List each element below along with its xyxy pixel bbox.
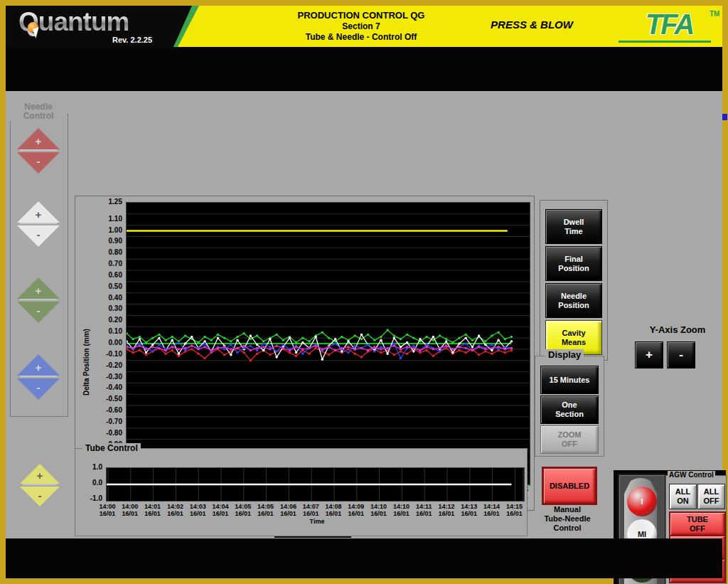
- tube-x-tick-date: 16/01: [500, 510, 528, 517]
- y-tick-0.70: 0.70: [92, 260, 122, 267]
- tube-control-label: Tube Control: [82, 443, 141, 453]
- y-tick-0.80: 0.80: [92, 248, 122, 256]
- needle-arrow-pair-3-plus-glyph: +: [17, 285, 60, 297]
- title-line-1: PRODUCTION CONTROL QG: [219, 10, 503, 21]
- button-label-line: Section: [555, 410, 584, 419]
- y-tick--0.80: -0.80: [92, 429, 122, 437]
- tube-arrow-pair-minus-glyph: -: [20, 489, 60, 501]
- bottom-nav: -- EXIT-- SETUPEQUIPMENTTOTALMACHINESECT…: [6, 538, 722, 578]
- needle-arrow-pair-3-minus-glyph: -: [17, 304, 60, 317]
- page-title: PRODUCTION CONTROL QG Section 7 Tube & N…: [219, 10, 503, 42]
- mode-label: PRESS & BLOW: [468, 18, 596, 31]
- tube-x-tick-18: 14:1516/01: [500, 503, 528, 518]
- button-label-line: OFF: [704, 497, 719, 506]
- y-tick--0.30: -0.30: [92, 373, 122, 381]
- display-group-label: Display: [545, 349, 584, 360]
- y-axis-zoom-label: Y-Axis Zoom: [631, 324, 724, 335]
- display-button-zoom-off: ZOOMOFF: [540, 425, 599, 454]
- trend-button-dwell-time[interactable]: DwellTime: [545, 209, 602, 244]
- header: Quantum Rev. 2.2.25 PRODUCTION CONTROL Q…: [6, 6, 722, 47]
- y-tick--0.60: -0.60: [92, 406, 122, 414]
- button-label-line: Time: [564, 227, 582, 236]
- tube-x-tick-time: 14:15: [500, 503, 528, 510]
- section-bar: 010203040506070809101112: [6, 47, 722, 91]
- agw-tube-off-button[interactable]: TUBEOFF: [669, 511, 726, 536]
- agw-all-off-button[interactable]: ALLOFF: [697, 484, 725, 509]
- y-tick-1.00: 1.00: [92, 226, 122, 234]
- button-label-line: 15 Minutes: [550, 376, 590, 385]
- tfa-underline: [619, 41, 711, 43]
- needle-arrow-pair-4-plus-glyph: +: [17, 361, 60, 373]
- y-tick-1.10: 1.10: [92, 215, 122, 223]
- tube-control-group: Tube Control 1.00.0-1.0 14:0016/0114:001…: [75, 448, 528, 536]
- revision-label: Rev. 2.2.25: [112, 36, 152, 44]
- y-tick--0.20: -0.20: [92, 361, 122, 369]
- display-group: Display 15 MinutesOneSectionZOOMOFF: [535, 356, 604, 457]
- y-tick-0.00: 0.00: [92, 339, 122, 346]
- button-label-line: Means: [562, 338, 586, 347]
- needle-arrow-pair-4: +-: [17, 354, 60, 400]
- trend-button-needle-position[interactable]: NeedlePosition: [545, 283, 602, 318]
- title-line-3: Tube & Needle - Control Off: [219, 32, 503, 42]
- needle-arrow-pair-1-minus-glyph: -: [17, 155, 60, 167]
- tube-y-tick-1.0: 1.0: [75, 463, 102, 471]
- display-button-15 minutes[interactable]: 15 Minutes: [540, 366, 599, 394]
- needle-arrow-pair-4-divider: [20, 376, 57, 377]
- needle-arrow-pair-3: +-: [17, 277, 60, 324]
- tube-x-axis-title: Time: [303, 518, 331, 525]
- button-label-line: ZOOM: [558, 430, 582, 440]
- y-tick-0.90: 0.90: [92, 237, 122, 245]
- title-line-2: Section 7: [219, 21, 503, 31]
- tfa-logo: TFA: [623, 9, 715, 41]
- needle-control-label: Needle Control: [10, 102, 67, 121]
- tube-arrow-pair-divider: [23, 484, 57, 485]
- trend-button-final-position[interactable]: FinalPosition: [545, 246, 602, 281]
- manual-control-disabled-button[interactable]: DISABLED: [542, 467, 597, 505]
- y-tick-0.30: 0.30: [92, 304, 122, 312]
- y-tick--0.70: -0.70: [92, 418, 122, 425]
- y-tick-1.25: 1.25: [92, 198, 122, 206]
- needle-arrow-pair-2: +-: [17, 201, 60, 248]
- button-label-line: Cavity: [562, 329, 585, 338]
- y-tick-0.50: 0.50: [92, 282, 122, 290]
- quantum-logo-block: Quantum Rev. 2.2.25: [6, 6, 196, 47]
- agw-group-label: AGW Control: [668, 471, 715, 479]
- y-zoom-out-button[interactable]: -: [667, 341, 695, 368]
- lamp-i: I: [627, 487, 657, 516]
- needle-arrow-pair-4-minus-glyph: -: [17, 381, 60, 393]
- production-control-screen: Quantum Rev. 2.2.25 PRODUCTION CONTROL Q…: [0, 0, 728, 584]
- tube-plot: [106, 467, 525, 501]
- tube-arrow-pair: +-: [20, 464, 60, 507]
- needle-arrow-pair-1: +-: [17, 128, 60, 174]
- display-button-one-section[interactable]: OneSection: [540, 395, 599, 424]
- y-zoom-in-button[interactable]: +: [635, 341, 663, 368]
- button-label-line: Position: [558, 264, 589, 273]
- button-label-line: Position: [558, 301, 589, 310]
- needle-arrow-pair-2-divider: [20, 223, 57, 224]
- tube-y-tick--1.0: -1.0: [75, 494, 102, 502]
- trend-plot: [126, 202, 530, 486]
- tube-y-tick-0.0: 0.0: [75, 479, 102, 487]
- button-label-line: ALL: [704, 487, 719, 497]
- needle-arrow-pair-2-plus-glyph: +: [17, 208, 60, 221]
- y-tick-0.40: 0.40: [92, 294, 122, 302]
- main-area: Needle Control Delta Position (mm) 1.251…: [6, 91, 722, 538]
- y-tick-0.20: 0.20: [92, 316, 122, 324]
- needle-arrow-pair-1-plus-glyph: +: [17, 135, 60, 147]
- y-tick-0.60: 0.60: [92, 271, 122, 279]
- manual-control-caption: Manual Tube-Needle Control: [535, 505, 600, 533]
- agw-all-on-button[interactable]: ALLON: [669, 484, 697, 509]
- button-label-line: ALL: [675, 487, 690, 497]
- button-label-line: ON: [677, 497, 689, 506]
- needle-arrow-pair-2-minus-glyph: -: [17, 228, 60, 240]
- button-label-line: Final: [564, 255, 583, 264]
- button-label-line: OFF: [690, 524, 705, 533]
- y-tick--0.50: -0.50: [92, 395, 122, 403]
- trend-select-panel: DwellTimeFinalPositionNeedlePositionCavi…: [540, 200, 608, 361]
- tube-arrow-pair-plus-glyph: +: [20, 469, 60, 482]
- button-label-line: One: [562, 400, 577, 410]
- button-label-line: TUBE: [687, 515, 708, 524]
- needle-arrow-pair-1-divider: [20, 149, 57, 151]
- y-axis-title: Delta Position (mm): [82, 329, 90, 395]
- y-tick-0.10: 0.10: [92, 327, 122, 335]
